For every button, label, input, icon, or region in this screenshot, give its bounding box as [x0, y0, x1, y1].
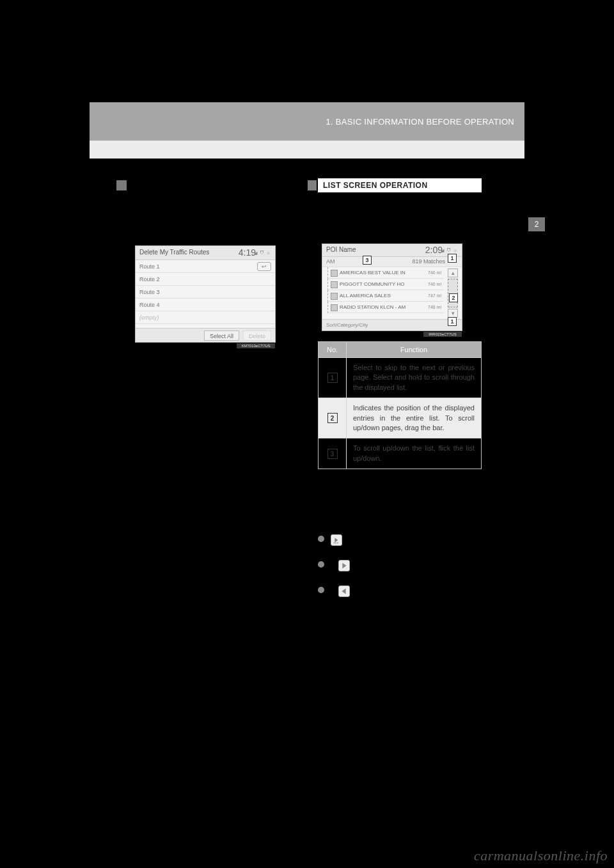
- callout-3: 3: [363, 256, 372, 265]
- row-fn: Indicates the position of the displayed …: [347, 398, 481, 438]
- page: 1. BASIC INFORMATION BEFORE OPERATION 2 …: [0, 0, 614, 868]
- svg-point-3: [337, 543, 338, 544]
- list-item-label: Route 3: [139, 289, 160, 295]
- poi-row[interactable]: RADIO STATION KLCN - AM 748 mi: [327, 302, 444, 313]
- row-fn: Select to skip to the next or previous p…: [347, 358, 481, 398]
- poi-row[interactable]: ALL AMERICA SALES 747 mi: [327, 290, 444, 302]
- row-fn: To scroll up/down the list, flick the li…: [347, 438, 481, 469]
- shot2-code: IRR023eCT7US: [423, 332, 462, 337]
- list-item[interactable]: Route 3: [136, 286, 275, 298]
- function-table: No. Function 1 Select to skip to the nex…: [318, 341, 482, 469]
- poi-distance: 746 mi: [428, 279, 441, 290]
- subheader-bar: [90, 141, 524, 159]
- poi-label: AMERICAS BEST VALUE IN: [340, 270, 405, 275]
- shot1-footer: Select All Delete: [136, 328, 275, 342]
- screenshot-delete-routes: Delete My Traffic Routes 4:19 ◢ ⛉ ☼ Rout…: [135, 245, 276, 343]
- select-all-button[interactable]: Select All: [204, 330, 239, 341]
- poi-label: PIGGOTT COMMUNITY HO: [340, 281, 404, 287]
- poi-distance: 746 mi: [428, 267, 441, 279]
- shot1-titlebar: Delete My Traffic Routes 4:19 ◢ ⛉ ☼: [136, 246, 275, 260]
- row-no: 3: [319, 438, 347, 469]
- left-section-marker: [116, 179, 127, 190]
- poi-distance: 748 mi: [428, 302, 441, 313]
- table-row: 3 To scroll up/down the list, flick the …: [319, 438, 481, 469]
- poi-row[interactable]: AMERICAS BEST VALUE IN 746 mi: [327, 267, 444, 279]
- callout-1-bottom: 1: [448, 317, 457, 326]
- chapter-tab: 2: [528, 217, 545, 231]
- num-2-icon: 2: [327, 413, 338, 423]
- play-icon: [338, 560, 350, 571]
- page-down-button[interactable]: ▾: [448, 309, 458, 318]
- shot2-status-icons: ◢ ⛉ ☼: [441, 248, 458, 253]
- svg-point-2: [335, 543, 336, 544]
- list-item-label: (empty): [139, 314, 159, 321]
- list-screen-heading: LIST SCREEN OPERATION: [318, 178, 482, 192]
- poi-label: RADIO STATION KLCN - AM: [340, 304, 405, 310]
- page-up-button[interactable]: ▴: [448, 268, 458, 277]
- table-row: 2 Indicates the position of the displaye…: [319, 398, 481, 438]
- back-icon[interactable]: ↩: [257, 262, 271, 271]
- bullet-icon: [318, 561, 324, 568]
- screenshot-poi-list: POI Name 2:09 ◢ ⛉ ☼ AM 819 Matches AMERI…: [322, 244, 462, 331]
- shot2-title: POI Name: [326, 246, 356, 253]
- list-item-label: Route 4: [139, 302, 160, 308]
- icon-note-list: [318, 534, 482, 611]
- num-1-icon: 1: [327, 373, 338, 383]
- shot2-matches: 819 Matches: [412, 258, 445, 265]
- table-row: 1 Select to skip to the next or previous…: [319, 357, 481, 398]
- play-back-icon: [338, 585, 350, 597]
- callout-1-top: 1: [448, 254, 457, 263]
- note-item: [318, 585, 482, 600]
- th-function: Function: [347, 342, 481, 357]
- shot2-subbar-left: AM: [326, 258, 335, 265]
- poi-label: ALL AMERICA SALES: [340, 293, 391, 298]
- list-item-label: Route 2: [139, 276, 160, 283]
- callout-2: 2: [449, 293, 458, 302]
- header-section-label: 1. BASIC INFORMATION BEFORE OPERATION: [326, 117, 514, 127]
- shot1-status-icons: ◢ ⛉ ☼: [254, 251, 271, 256]
- shot2-titlebar: POI Name 2:09 ◢ ⛉ ☼: [322, 244, 462, 257]
- poi-distance: 747 mi: [428, 290, 441, 302]
- watermark: carmanualsonline.info: [474, 848, 608, 864]
- arrow-small-icon: [331, 534, 342, 546]
- list-item-label: Route 1: [139, 263, 160, 270]
- list-item[interactable]: Route 4: [136, 298, 275, 311]
- list-item[interactable]: Route 2: [136, 273, 275, 286]
- heading-marker-icon: [308, 180, 317, 190]
- bullet-icon: [318, 536, 324, 542]
- shot1-title: Delete My Traffic Routes: [139, 249, 209, 256]
- svg-marker-4: [342, 563, 346, 569]
- shot1-code: XMT013eCT7US: [237, 343, 275, 348]
- list-item-empty: (empty): [136, 311, 275, 324]
- table-header: No. Function: [319, 342, 481, 357]
- th-no: No.: [319, 342, 347, 357]
- note-item: [318, 560, 482, 574]
- svg-marker-0: [335, 538, 338, 542]
- poi-row[interactable]: PIGGOTT COMMUNITY HO 746 mi: [327, 279, 444, 290]
- note-item: [318, 534, 482, 548]
- shot2-footer[interactable]: Sort/Category/City: [322, 319, 462, 330]
- delete-button[interactable]: Delete: [243, 330, 271, 341]
- shot2-subbar: AM 819 Matches: [322, 257, 462, 267]
- row-no: 1: [319, 358, 347, 398]
- right-heading-wrap: LIST SCREEN OPERATION: [318, 178, 482, 192]
- svg-point-1: [334, 543, 335, 544]
- list-item[interactable]: Route 1 ↩: [136, 260, 275, 273]
- row-no: 2: [319, 398, 347, 438]
- header-bar: 1. BASIC INFORMATION BEFORE OPERATION: [90, 102, 524, 141]
- square-marker-icon: [116, 180, 127, 190]
- bullet-icon: [318, 587, 324, 593]
- num-3-icon: 3: [327, 449, 338, 459]
- svg-marker-5: [342, 589, 345, 594]
